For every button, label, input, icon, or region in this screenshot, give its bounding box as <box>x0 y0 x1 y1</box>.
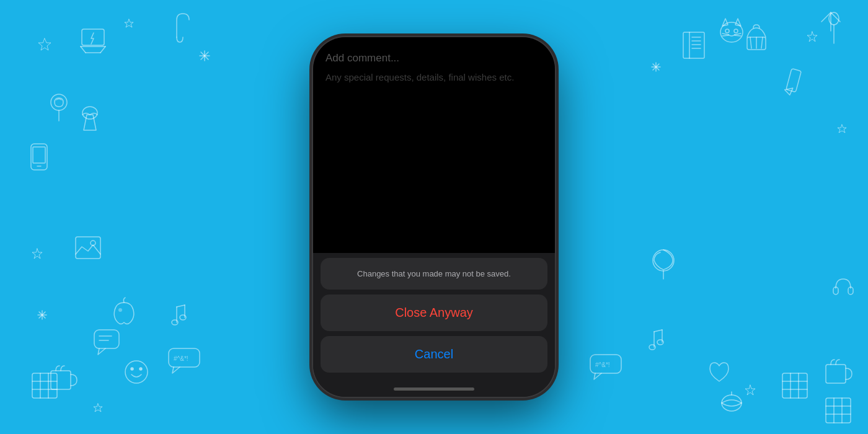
svg-point-102 <box>653 250 674 271</box>
svg-line-10 <box>100 46 105 53</box>
svg-text:#^&*!: #^&*! <box>174 355 188 362</box>
svg-marker-84 <box>735 19 741 26</box>
svg-line-22 <box>750 37 751 48</box>
svg-line-88 <box>722 35 728 36</box>
svg-rect-37 <box>94 330 119 348</box>
svg-line-79 <box>654 330 662 332</box>
comment-label: Add comment... <box>326 52 542 64</box>
svg-rect-32 <box>32 373 57 398</box>
svg-point-86 <box>734 29 738 33</box>
svg-marker-6 <box>745 385 755 395</box>
action-sheet-message-text: Changes that you made may not be saved. <box>357 269 511 278</box>
svg-point-91 <box>118 308 122 312</box>
phone-wrapper: Add comment... Any special requests, det… <box>313 37 555 397</box>
close-anyway-button[interactable]: Close Anyway <box>321 294 547 331</box>
svg-point-59 <box>125 361 148 383</box>
svg-rect-29 <box>33 147 45 163</box>
svg-line-87 <box>722 33 728 35</box>
svg-point-61 <box>140 368 142 370</box>
svg-line-89 <box>735 33 741 35</box>
svg-rect-7 <box>82 29 104 45</box>
svg-marker-83 <box>722 19 728 26</box>
svg-marker-5 <box>94 404 102 412</box>
svg-point-60 <box>131 368 133 370</box>
svg-rect-66 <box>786 69 802 92</box>
svg-point-64 <box>722 395 742 411</box>
svg-marker-0 <box>38 38 51 50</box>
phone-device: Add comment... Any special requests, det… <box>313 37 555 397</box>
comment-placeholder-text: Any special requests, details, final wis… <box>326 72 542 82</box>
svg-marker-2 <box>807 32 817 42</box>
svg-rect-41 <box>782 373 807 398</box>
svg-marker-4 <box>32 249 42 259</box>
home-indicator <box>313 383 555 397</box>
svg-marker-67 <box>784 86 793 95</box>
svg-line-90 <box>735 35 741 36</box>
svg-point-12 <box>51 94 67 110</box>
svg-line-9 <box>81 46 86 53</box>
action-sheet-message-box: Changes that you made may not be saved. <box>321 258 547 290</box>
svg-rect-46 <box>826 365 846 383</box>
svg-marker-1 <box>125 19 133 27</box>
cancel-button[interactable]: Cancel <box>321 336 547 373</box>
svg-line-24 <box>761 37 763 48</box>
close-anyway-label: Close Anyway <box>395 306 473 319</box>
svg-rect-15 <box>683 32 704 58</box>
action-sheet: Changes that you made may not be saved. … <box>313 253 555 383</box>
svg-rect-104 <box>826 398 851 423</box>
home-bar <box>394 388 474 391</box>
svg-line-75 <box>177 305 185 307</box>
svg-rect-30 <box>76 237 100 259</box>
cancel-label: Cancel <box>415 347 453 361</box>
svg-text:#^&*!: #^&*! <box>595 361 610 368</box>
svg-point-85 <box>725 29 729 33</box>
svg-marker-3 <box>838 125 846 133</box>
phone-content-area: Add comment... Any special requests, det… <box>313 37 555 253</box>
